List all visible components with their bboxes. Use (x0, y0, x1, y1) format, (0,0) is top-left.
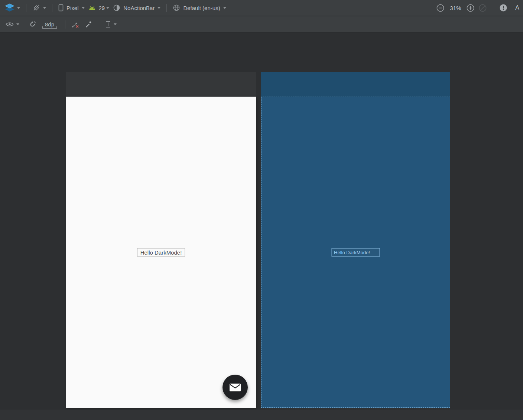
chevron-down-icon (82, 7, 85, 9)
clear-constraints-icon (71, 20, 79, 28)
partial-panel-label: A (515, 4, 519, 11)
magic-wand-icon (85, 20, 93, 28)
view-options-button[interactable] (4, 20, 21, 29)
blueprint-textview-widget[interactable]: Hello DarkMode! (331, 248, 380, 256)
android-icon (88, 5, 96, 10)
zoom-in-button[interactable] (464, 2, 477, 14)
warning-icon (499, 4, 507, 12)
phone-icon (58, 4, 64, 12)
orientation-selector[interactable] (30, 2, 48, 13)
device-selector-label: Pixel (66, 5, 79, 11)
envelope-icon (230, 384, 241, 391)
design-surface[interactable]: Hello DarkMode! Hello DarkMode! (0, 33, 523, 420)
theme-selector-label: NoActionBar (123, 5, 155, 11)
divider (99, 20, 99, 29)
divider (493, 4, 493, 12)
constraint-toolbar: 8dp (0, 16, 523, 33)
locale-selector[interactable]: Default (en-us) (171, 3, 228, 13)
zoom-out-icon (436, 4, 445, 12)
layout-editor-toolbar: Pixel 29 No (0, 0, 523, 16)
default-margins-selector[interactable]: 8dp (40, 19, 59, 30)
horizontal-scrollbar-track[interactable] (0, 410, 523, 420)
divider (52, 4, 52, 12)
default-margins-value: 8dp (42, 20, 57, 29)
zoom-to-fit-icon (478, 4, 487, 12)
design-preview[interactable]: Hello DarkMode! (66, 72, 256, 408)
divider (166, 4, 167, 12)
api-version-label: 29 (99, 5, 105, 11)
zoom-in-icon (466, 4, 475, 12)
clear-constraints-button[interactable] (69, 19, 81, 30)
autoconnect-toggle[interactable] (26, 19, 38, 30)
blueprint-status-band (261, 72, 450, 97)
chevron-down-icon (114, 23, 117, 25)
chevron-down-icon (223, 7, 226, 9)
zoom-to-fit-button[interactable] (477, 2, 489, 14)
device-selector[interactable]: Pixel (56, 3, 87, 13)
magnet-off-icon (28, 20, 36, 29)
locale-selector-label: Default (en-us) (183, 5, 220, 11)
pack-selector[interactable] (103, 19, 118, 29)
zoom-level: 31% (450, 5, 461, 11)
design-root-layout[interactable]: Hello DarkMode! (66, 97, 256, 408)
layout-editor: Pixel 29 No (0, 0, 523, 420)
chevron-down-icon (157, 7, 160, 9)
api-version-selector[interactable]: 29 (87, 3, 111, 13)
render-warnings-button[interactable] (497, 2, 509, 13)
distribute-vertical-icon (105, 21, 111, 28)
theme-icon (113, 4, 120, 12)
chevron-down-icon (43, 7, 46, 9)
chevron-down-icon (106, 7, 109, 9)
layers-icon (5, 3, 14, 12)
chevron-down-icon (17, 7, 20, 9)
fab-widget[interactable] (222, 375, 248, 400)
divider (65, 20, 65, 29)
eye-icon (6, 22, 14, 27)
globe-icon (173, 4, 180, 12)
divider (26, 4, 26, 12)
chevron-down-icon (16, 23, 19, 25)
textview-widget[interactable]: Hello DarkMode! (137, 248, 185, 256)
blueprint-preview[interactable]: Hello DarkMode! (261, 72, 450, 408)
status-bar-render (66, 72, 256, 97)
blueprint-root-layout[interactable]: Hello DarkMode! (261, 97, 450, 408)
zoom-out-button[interactable] (434, 2, 446, 14)
design-surface-selector[interactable] (3, 2, 22, 14)
theme-selector[interactable]: NoActionBar (111, 3, 162, 13)
orientation-icon (32, 4, 40, 12)
infer-constraints-button[interactable] (83, 19, 95, 30)
